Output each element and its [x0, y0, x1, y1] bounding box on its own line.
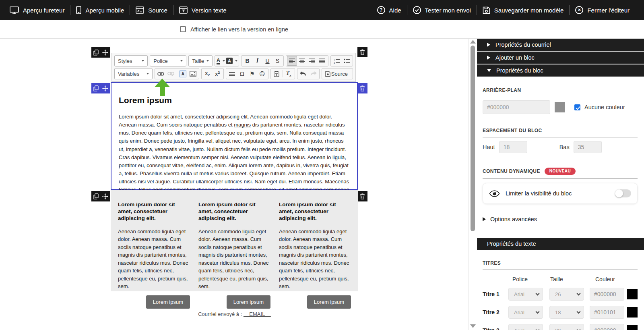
size-dropdown[interactable]: Taille: [188, 55, 213, 66]
image-button[interactable]: [188, 69, 198, 79]
amet-link[interactable]: amet: [170, 114, 182, 120]
online-version-row: Afficher le lien vers la version en lign…: [0, 20, 468, 38]
selected-block-delete-button[interactable]: [357, 83, 367, 93]
block-paragraph: Lorem ipsum dolor sit amet, consectetuer…: [119, 113, 350, 202]
variables-dropdown[interactable]: Variables: [114, 68, 153, 79]
smiley-button[interactable]: ☺: [257, 69, 267, 79]
title-3-color-swatch[interactable]: [627, 325, 638, 330]
flag-button[interactable]: ⚑: [247, 69, 257, 79]
move-icon: [102, 85, 108, 91]
scroll-up-arrow[interactable]: [470, 40, 476, 44]
title-1-color-swatch[interactable]: [627, 289, 638, 299]
spacing-bottom-input[interactable]: [574, 141, 602, 153]
online-version-checkbox[interactable]: [180, 26, 186, 32]
magnis-link[interactable]: magnis: [234, 122, 251, 128]
caret-icon: [142, 60, 144, 62]
title-3-label: Titre 3: [483, 327, 508, 330]
monitor-icon: [10, 6, 19, 14]
special-char-button[interactable]: Ω: [237, 69, 247, 79]
help-button[interactable]: ? Aide: [372, 6, 407, 14]
placeholder-button[interactable]: A: [178, 69, 188, 79]
numbered-list-button[interactable]: 12: [332, 56, 342, 66]
online-version-label: Afficher le lien vers la version en lign…: [190, 26, 288, 33]
subscript-button[interactable]: x2: [202, 69, 213, 79]
mobile-preview-button[interactable]: Aperçu mobile: [70, 6, 130, 14]
bold-button[interactable]: B: [242, 56, 252, 66]
font-dropdown[interactable]: Police: [150, 55, 186, 66]
title-3-color-input[interactable]: [590, 324, 624, 330]
align-center-button[interactable]: [297, 56, 307, 66]
paste-template-button[interactable]: [272, 69, 282, 79]
advanced-options-toggle[interactable]: Options avancées: [483, 216, 638, 222]
column-2-button[interactable]: Lorem ipsum: [227, 295, 270, 309]
align-right-button[interactable]: [307, 56, 317, 66]
link-button[interactable]: [156, 69, 166, 79]
title-2-size-select[interactable]: 18: [549, 306, 584, 319]
title-2-color-input[interactable]: [590, 306, 624, 319]
save-template-button[interactable]: Sauvegarder mon modèle: [477, 6, 570, 14]
email-variable-link[interactable]: __EMAIL__: [244, 311, 271, 317]
chevron-down-icon: [536, 292, 540, 296]
styles-dropdown[interactable]: Styles: [114, 55, 148, 66]
superscript-button[interactable]: x2: [213, 69, 223, 79]
titles-section-title: TITRES: [483, 260, 638, 270]
scroll-down-arrow[interactable]: [470, 324, 476, 328]
email-canvas: Styles Police Taille A A B I: [0, 39, 468, 330]
horizontal-rule-button[interactable]: [227, 69, 237, 79]
title-1-color-input[interactable]: [590, 288, 624, 301]
underline-button[interactable]: U: [262, 56, 272, 66]
italic-button[interactable]: I: [252, 56, 262, 66]
title-1-font-select[interactable]: Arial: [508, 288, 543, 301]
background-color-button[interactable]: A: [226, 56, 238, 66]
align-justify-button[interactable]: [317, 56, 327, 66]
text-version-button[interactable]: Version texte: [173, 6, 232, 14]
columns-block-delete-button[interactable]: [357, 191, 367, 201]
three-column-block[interactable]: Lorem ipsum dolor sit amet, consectetuer…: [111, 190, 358, 291]
column-3-button[interactable]: Lorem ipsum: [307, 295, 351, 309]
background-color-swatch[interactable]: [555, 102, 565, 112]
strikethrough-button[interactable]: S: [272, 56, 283, 66]
source-toggle-button[interactable]: Source: [322, 68, 353, 79]
column-1-button[interactable]: Lorem ipsum: [146, 295, 190, 309]
remove-format-button[interactable]: Tx: [284, 69, 294, 79]
title-1-size-select[interactable]: 26: [549, 288, 584, 301]
text-color-button[interactable]: A: [216, 56, 226, 66]
list-group: 12: [330, 55, 353, 66]
selected-block-handle[interactable]: [91, 83, 110, 93]
color-column-header: Couleur: [590, 276, 615, 282]
add-block-header[interactable]: Ajouter un bloc: [477, 52, 644, 64]
header-block-delete-button[interactable]: [357, 47, 367, 57]
limit-visibility-label: Limiter la visibilité du bloc: [506, 190, 609, 197]
advanced-options-label: Options avancées: [490, 216, 537, 222]
title-2-font-select[interactable]: Arial: [508, 306, 543, 319]
selected-text-block[interactable]: Lorem ipsum Lorem ipsum dolor sit amet, …: [111, 82, 358, 190]
block-heading: Lorem ipsum: [119, 95, 350, 105]
add-block-label: Ajouter un bloc: [495, 54, 535, 61]
columns-block-handle[interactable]: [91, 191, 110, 201]
background-color-input[interactable]: [483, 100, 550, 114]
undo-button[interactable]: [298, 69, 308, 79]
email-properties-header[interactable]: Propriétés du courriel: [477, 39, 644, 51]
no-color-checkbox[interactable]: [574, 104, 580, 110]
title-3-font-select[interactable]: Arial: [508, 324, 543, 330]
browser-preview-button[interactable]: Aperçu fureteur: [4, 6, 70, 14]
close-editor-button[interactable]: ✕ Fermer l'éditeur: [570, 6, 635, 14]
scrollbar-thumb[interactable]: [471, 46, 475, 231]
title-3-size-select[interactable]: 20: [549, 324, 584, 330]
block-properties-header[interactable]: Propriétés du bloc: [477, 64, 644, 77]
limit-visibility-toggle[interactable]: [615, 189, 631, 197]
dynamic-content-label: CONTENU DYNAMIQUE: [483, 168, 540, 174]
chevron-down-icon: [487, 69, 491, 72]
test-send-button[interactable]: Tester mon envoi: [407, 6, 477, 14]
bullet-list-button[interactable]: [342, 56, 352, 66]
header-block-handle[interactable]: [91, 47, 110, 58]
title-2-color-swatch[interactable]: [627, 307, 638, 318]
source-button[interactable]: Source: [130, 6, 173, 14]
text-properties-header[interactable]: Propriétés du texte: [477, 238, 644, 250]
column-2: Lorem ipsum dolor sit amet, consectetuer…: [198, 201, 270, 291]
redo-button[interactable]: [308, 69, 318, 79]
unlink-button[interactable]: [166, 69, 176, 79]
canvas-scrollbar[interactable]: [468, 39, 477, 330]
spacing-top-input[interactable]: [499, 141, 527, 153]
align-left-button[interactable]: [287, 56, 297, 66]
